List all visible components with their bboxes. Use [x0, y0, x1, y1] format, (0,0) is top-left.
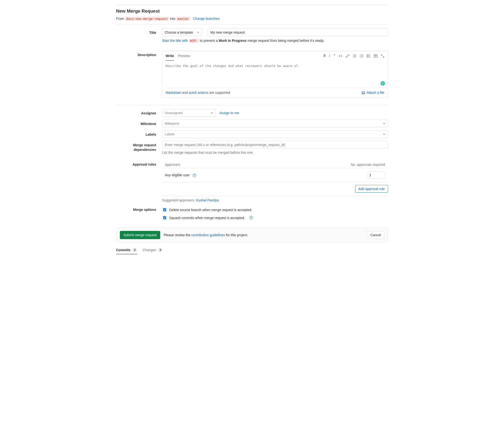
col-approvers: Approvers: [165, 163, 181, 167]
from-label: From: [116, 17, 124, 21]
source-branch: docs-new-merge-request: [125, 17, 169, 21]
description-label: Description: [116, 51, 162, 57]
title-input[interactable]: [208, 29, 388, 36]
attach-file-button[interactable]: Attach a file: [361, 91, 384, 94]
svg-rect-17: [368, 57, 370, 57]
wip-hint-link[interactable]: Start the title with: [162, 39, 188, 43]
dependencies-label: Merge request dependencies: [116, 141, 162, 152]
svg-rect-13: [368, 55, 370, 55]
squash-row[interactable]: Squash commits when merge request is acc…: [162, 215, 388, 220]
svg-point-0: [353, 54, 353, 55]
code-icon[interactable]: [339, 54, 342, 58]
assign-to-me-link[interactable]: Assign to me: [220, 111, 239, 115]
svg-rect-1: [354, 55, 356, 55]
change-branches-link[interactable]: Change branches: [193, 17, 220, 21]
chevron-down-icon: [383, 122, 385, 125]
cancel-button[interactable]: Cancel: [367, 231, 384, 239]
description-editor: Write Preview B I ” 123: [162, 51, 388, 98]
chevron-down-icon: [211, 112, 213, 114]
markdown-link[interactable]: Markdown: [166, 91, 182, 94]
delete-branch-label: Delete source branch when merge request …: [169, 208, 252, 212]
ordered-list-icon[interactable]: 123: [360, 54, 363, 58]
svg-rect-7: [361, 55, 363, 55]
approval-rule-name: Any eligible user: [165, 173, 190, 177]
chevron-down-icon: [197, 31, 199, 34]
help-icon[interactable]: ?: [249, 216, 253, 220]
page-title: New Merge Request: [116, 8, 388, 14]
svg-rect-12: [367, 54, 367, 55]
squash-label: Squash commits when merge request is acc…: [169, 216, 245, 220]
svg-rect-9: [361, 56, 363, 56]
approval-header: Approvers No. approvals required: [162, 161, 388, 168]
quick-actions-link[interactable]: quick actions: [189, 91, 208, 94]
suggested-approver-link[interactable]: Kushal Pandya: [196, 198, 219, 202]
description-textarea[interactable]: [162, 61, 388, 87]
editor-toolbar: B I ” 123: [323, 54, 384, 58]
approvals-required-input[interactable]: [367, 172, 385, 178]
wip-code: WIP:: [189, 39, 199, 43]
changes-count: 3: [158, 248, 163, 252]
add-approval-rule-button[interactable]: Add approval rule: [355, 185, 388, 193]
delete-branch-checkbox[interactable]: [163, 208, 166, 211]
svg-text:3: 3: [360, 57, 361, 58]
template-dropdown-value: Choose a template: [165, 31, 193, 34]
merge-options-label: Merge options: [116, 207, 162, 212]
tab-commits[interactable]: Commits 2: [116, 246, 137, 254]
svg-rect-16: [367, 57, 367, 57]
labels-label: Labels: [116, 130, 162, 137]
markdown-footer: Markdown and quick actions are supported: [166, 91, 230, 94]
dependencies-input[interactable]: [162, 141, 388, 149]
milestone-dropdown[interactable]: Milestone: [162, 120, 388, 127]
submit-button[interactable]: Submit merge request: [120, 231, 160, 239]
dependencies-help: List the merge requests that must be mer…: [162, 151, 388, 155]
tab-preview[interactable]: Preview: [178, 51, 190, 61]
tab-write[interactable]: Write: [166, 51, 174, 61]
wip-hint-suffix: merge request from being merged before i…: [247, 39, 324, 43]
suggested-approvers: Suggested approvers: Kushal Pandya: [162, 198, 388, 202]
svg-rect-15: [368, 56, 370, 56]
chevron-down-icon: [383, 133, 385, 135]
delete-branch-row[interactable]: Delete source branch when merge request …: [162, 207, 388, 212]
branch-line: From docs-new-merge-request into master …: [116, 17, 388, 21]
title-label: Title: [116, 29, 162, 35]
assignee-dropdown[interactable]: Unassigned: [162, 109, 216, 117]
svg-rect-3: [354, 56, 356, 56]
quote-icon[interactable]: ”: [334, 54, 335, 58]
template-dropdown[interactable]: Choose a template: [162, 29, 202, 36]
commits-count: 2: [132, 248, 137, 252]
squash-checkbox[interactable]: [163, 216, 166, 219]
tab-changes[interactable]: Changes 3: [143, 246, 163, 254]
col-required: No. approvals required: [351, 163, 385, 167]
grammarly-icon[interactable]: G: [381, 81, 385, 86]
approval-label: Approval rules: [116, 161, 162, 167]
bottom-tabs: Commits 2 Changes 3: [116, 246, 388, 254]
table-icon[interactable]: [374, 54, 377, 58]
svg-rect-11: [361, 57, 363, 57]
italic-icon[interactable]: I: [329, 54, 330, 58]
fullscreen-icon[interactable]: [381, 54, 384, 58]
bold-icon[interactable]: B: [323, 54, 325, 58]
milestone-label: Milestone: [116, 120, 162, 126]
svg-rect-14: [367, 56, 367, 56]
svg-point-22: [362, 92, 363, 92]
guidelines-link[interactable]: contribution guidelines: [191, 233, 225, 237]
svg-point-4: [353, 57, 353, 57]
help-icon[interactable]: ?: [193, 173, 196, 177]
review-text: Please review the contribution guideline…: [164, 233, 248, 237]
wip-hint-mid: to prevent a: [200, 39, 218, 43]
wip-hint-bold: Work In Progress: [219, 39, 247, 43]
labels-dropdown[interactable]: Labels: [162, 130, 388, 138]
bullet-list-icon[interactable]: [353, 54, 356, 58]
link-icon[interactable]: [346, 54, 349, 58]
svg-rect-5: [354, 57, 356, 57]
target-branch: master: [176, 17, 190, 21]
svg-point-2: [353, 56, 353, 56]
task-list-icon[interactable]: [367, 54, 370, 58]
assignee-label: Assignee: [116, 109, 162, 116]
into-label: into: [170, 17, 175, 21]
submit-bar: Submit merge request Please review the c…: [116, 228, 388, 242]
approval-rule-row: Any eligible user ?: [162, 168, 388, 182]
